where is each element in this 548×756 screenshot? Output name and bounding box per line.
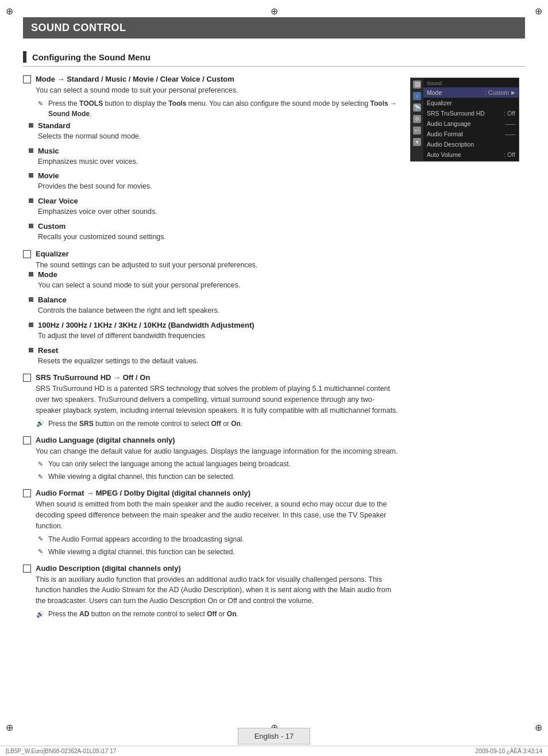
note-icon-format-2: ✎ (36, 547, 45, 557)
tv-menu-rows: Sound Mode : Custom ▶ Equalizer (423, 78, 519, 161)
tv-icon-sound: ♪ (413, 92, 421, 100)
bullet-eq-mode (29, 272, 33, 277)
note-icon-lang-2: ✎ (36, 472, 45, 481)
tv-menu-row-format: Audio Format ----- (423, 129, 519, 139)
menu-desc-audio-desc: This is an auxiliary audio function that… (36, 574, 399, 607)
sub-title-music: Music (38, 147, 59, 155)
corner-mark-tl: ⊕ (6, 6, 13, 17)
menu-item-mode: Mode → Standard / Music / Movie / Clear … (23, 75, 399, 243)
sub-item-standard: Standard Selects the normal sound mode. (29, 121, 399, 142)
menu-title-equalizer: Equalizer (36, 250, 69, 258)
menu-item-equalizer: Equalizer The sound settings can be adju… (23, 250, 399, 367)
tv-row-value-lang: ----- (505, 120, 515, 127)
corner-mark-tr: ⊕ (535, 6, 542, 17)
checkbox-icon-audio-format (23, 489, 31, 497)
note-audio-lang-1: ✎ You can only select the language among… (36, 459, 399, 469)
srs-icon: 🔊 (36, 419, 45, 428)
pencil-icon-mode: ✎ (36, 99, 45, 108)
tv-icon-setup: ⚙ (413, 115, 421, 123)
bullet-movie (29, 173, 33, 178)
note-audio-desc: 🔊 Press the AD button on the remote cont… (36, 609, 399, 619)
sub-title-eq-bandwidth: 100Hz / 300Hz / 1KHz / 3KHz / 10KHz (Ban… (38, 321, 254, 329)
note-audio-format-1: ✎ The Audio Format appears according to … (36, 534, 399, 544)
checkbox-icon-mode (23, 75, 31, 83)
sub-desc-eq-mode: You can select a sound mode to suit your… (38, 280, 399, 291)
sub-desc-music: Emphasizes music over voices. (38, 156, 399, 167)
tv-icon-app: ★ (413, 138, 421, 146)
menu-desc-equalizer: The sound settings can be adjusted to su… (36, 260, 399, 271)
tv-menu-category-label: Sound (423, 79, 519, 87)
menu-item-audio-desc: Audio Description (digital channels only… (23, 564, 399, 619)
tv-icon-bar: 🖼 ♪ 📡 ⚙ ↩ ★ (411, 78, 423, 161)
menu-title-mode: Mode → Standard / Music / Movie / Clear … (36, 75, 234, 83)
tv-menu-row-desc: Audio Description (423, 139, 519, 149)
sub-title-clearvoice: Clear Voice (38, 197, 78, 205)
footer-text: English - 17 (254, 732, 294, 740)
checkbox-icon-equalizer (23, 250, 31, 258)
tv-row-label-vol: Auto Volume (427, 151, 461, 158)
meta-left: [LB5P_W.Euro]BN68-02362A-01L09.i17 17 (6, 748, 116, 754)
sub-item-music: Music Emphasizes music over voices. (29, 147, 399, 167)
menu-title-audio-desc: Audio Description (digital channels only… (36, 564, 181, 573)
tv-menu-row-mode: Mode : Custom ▶ (423, 87, 519, 98)
tv-menu-row-eq: Equalizer (423, 98, 519, 108)
subsection-title: Configuring the Sound Menu (23, 51, 525, 67)
sub-title-movie: Movie (38, 171, 59, 180)
page-footer: English - 17 (0, 728, 548, 745)
tv-row-value-format: ----- (505, 131, 515, 137)
sub-desc-eq-reset: Resets the equalizer settings to the def… (38, 356, 399, 367)
tv-menu-row-srs: SRS TruSurround HD : Off (423, 108, 519, 118)
note-text-lang-1: You can only select the language among t… (48, 459, 291, 469)
tv-menu-screenshot: 🖼 ♪ 📡 ⚙ ↩ ★ Sound Mode : Custom (410, 75, 525, 626)
menu-desc-mode: You can select a sound mode to suit your… (36, 85, 399, 96)
sub-item-eq-mode: Mode You can select a sound mode to suit… (29, 270, 399, 291)
note-icon-lang-1: ✎ (36, 459, 45, 469)
sub-item-clearvoice: Clear Voice Emphasizes voice over other … (29, 197, 399, 217)
bullet-music (29, 148, 33, 153)
menu-desc-audio-format: When sound is emitted from both the main… (36, 499, 399, 531)
tv-row-value-vol: : Off (504, 151, 515, 158)
menu-title-audio-format: Audio Format → MPEG / Dolby Digital (dig… (36, 489, 250, 497)
note-text-mode: Press the TOOLS button to display the To… (48, 98, 399, 119)
sub-desc-clearvoice: Emphasizes voice over other sounds. (38, 206, 399, 217)
bullet-eq-reset (29, 348, 33, 352)
note-text-format-2: While viewing a digital channel, this fu… (48, 547, 235, 557)
tv-menu-row-lang: Audio Language ----- (423, 118, 519, 129)
tv-row-label-desc: Audio Description (427, 141, 474, 148)
sub-item-eq-reset: Reset Resets the equalizer settings to t… (29, 346, 399, 367)
tv-menu-row-vol: Auto Volume : Off (423, 149, 519, 160)
tv-row-label-eq: Equalizer (427, 99, 452, 106)
sub-item-movie: Movie Provides the best sound for movies… (29, 171, 399, 192)
checkbox-icon-audio-lang (23, 436, 31, 444)
note-audio-format-2: ✎ While viewing a digital channel, this … (36, 547, 399, 557)
bullet-eq-balance (29, 297, 33, 302)
menu-title-audio-lang: Audio Language (digital channels only) (36, 436, 175, 444)
tv-icon-channel: 📡 (413, 103, 421, 112)
tv-row-value-srs: : Off (504, 110, 515, 117)
note-text-lang-2: While viewing a digital channel, this fu… (48, 471, 235, 482)
bullet-standard (29, 123, 33, 128)
sub-desc-standard: Selects the normal sound mode. (38, 131, 399, 142)
sub-desc-eq-balance: Controls the balance between the right a… (38, 305, 399, 316)
sub-title-eq-balance: Balance (38, 296, 67, 304)
sub-title-standard: Standard (38, 121, 70, 130)
tv-menu: 🖼 ♪ 📡 ⚙ ↩ ★ Sound Mode : Custom (410, 78, 519, 162)
meta-right: 2009-09-10 ¿ÀÈÄ 3:43:14 (476, 748, 542, 754)
sub-title-custom: Custom (38, 222, 65, 231)
meta-bar: [LB5P_W.Euro]BN68-02362A-01L09.i17 17 20… (0, 746, 548, 756)
tv-row-label-lang: Audio Language (427, 120, 471, 127)
note-srs: 🔊 Press the SRS button on the remote con… (36, 419, 399, 429)
sub-item-custom: Custom Recalls your customized sound set… (29, 222, 399, 243)
sub-title-eq-mode: Mode (38, 270, 57, 279)
menu-item-srs: SRS TruSurround HD → Off / On SRS TruSur… (23, 373, 399, 428)
main-content-left: Mode → Standard / Music / Movie / Clear … (23, 75, 399, 626)
tv-arrow-mode: ▶ (511, 90, 515, 95)
cross-top: ⊕ (271, 6, 278, 17)
section-title: SOUND CONTROL (31, 22, 126, 33)
checkbox-icon-audio-desc (23, 565, 31, 573)
tv-row-val-text-mode: : Custom (485, 89, 509, 96)
note-text-srs: Press the SRS button on the remote contr… (48, 419, 242, 429)
bullet-custom (29, 224, 33, 228)
sub-item-eq-bandwidth: 100Hz / 300Hz / 1KHz / 3KHz / 10KHz (Ban… (29, 321, 399, 341)
subsection-label: Configuring the Sound Menu (32, 52, 150, 62)
